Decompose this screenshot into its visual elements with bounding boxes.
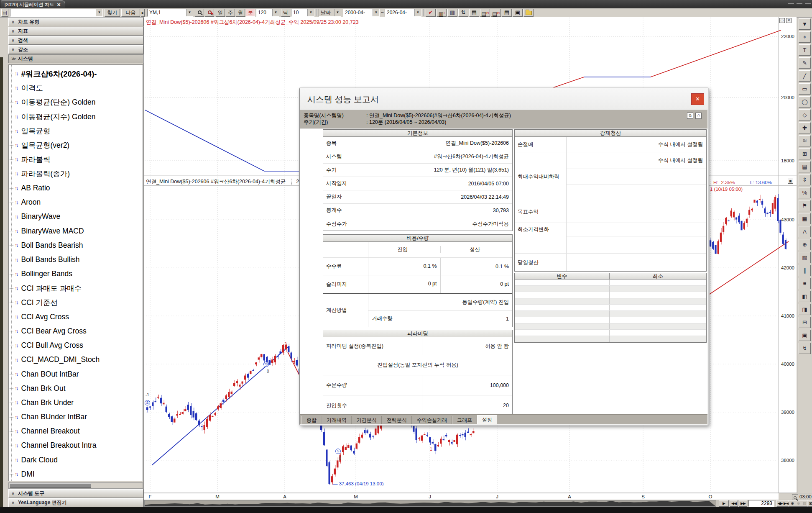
text-tool-icon[interactable]: T: [799, 44, 811, 56]
variable-row: [515, 298, 706, 305]
print-report-icon[interactable]: ⎙: [695, 113, 702, 119]
pane-close-icon[interactable]: ✕: [786, 18, 792, 23]
low-annotation: — 37,463 (04/19 13:00): [333, 481, 383, 486]
variable-row: [515, 323, 706, 330]
pane1-title: 연결_Mini Dow($5)-202606 #워크샵6차(2026-04)-4…: [146, 19, 359, 26]
navigator-track[interactable]: [144, 500, 716, 507]
play-icon[interactable]: ▶: [719, 500, 729, 507]
low-percent-label: L: 13.60%: [750, 180, 772, 185]
bolt-icon[interactable]: ↯: [799, 343, 811, 354]
timeline-zoom-icon[interactable]: [792, 494, 798, 500]
variable-value-cell: [610, 292, 706, 298]
forced-exit-table: 강제청산 손절매 수식 내에서 설정됨 최대수익대비하락 수식 내에서 설정됨 …: [514, 129, 707, 272]
report-tab-기간분석[interactable]: 기간분석: [352, 416, 382, 424]
variable-row: [515, 286, 706, 292]
exit-value: 0 pt: [441, 281, 513, 287]
wave-tool-icon[interactable]: ≋: [799, 135, 811, 146]
variable-value-cell: [610, 305, 706, 310]
month-tick: F: [146, 494, 154, 499]
hatch-icon[interactable]: ▧: [799, 252, 811, 263]
month-tick: S: [639, 494, 647, 499]
flag-icon[interactable]: ⚑: [799, 200, 811, 211]
sell-marker-icon: S: [263, 362, 269, 367]
copy-report-icon[interactable]: ⧉: [687, 113, 693, 119]
row-value: 2016/04/05 07:00: [369, 181, 512, 187]
variable-value-cell: [610, 286, 706, 292]
percent-icon[interactable]: %: [799, 187, 811, 198]
circle-tool-icon[interactable]: ◯: [799, 96, 811, 108]
square-icon[interactable]: ▣: [799, 330, 811, 341]
report-tab-종합[interactable]: 종합: [301, 416, 322, 424]
letter-icon[interactable]: A: [799, 226, 811, 237]
report-tab-수익손실거래[interactable]: 수익손실거래: [412, 416, 452, 424]
price-tick: 43000: [781, 217, 796, 222]
diamond-tool-icon[interactable]: ◇: [799, 109, 811, 121]
fast-forward-icon[interactable]: ▶▶: [739, 500, 747, 507]
report-tab-그래프[interactable]: 그래프: [452, 416, 477, 424]
grid-icon[interactable]: ⊞: [799, 148, 811, 159]
info-value: : 120분 (2016/04/05 ~ 2026/04/03): [366, 119, 446, 125]
calc-value: 동일수량(계약) 진입: [368, 299, 512, 306]
dialog-body: 기본정보 종목연결_Mini Dow($5)-202606시스템#워크샵6차(2…: [300, 128, 707, 415]
pane-restore-icon[interactable]: ▭: [779, 18, 785, 23]
row-value: 연결_Mini Dow($5)-202606: [369, 140, 512, 147]
variable-value-cell: [610, 311, 706, 317]
calc-sub-label: 거래수량: [368, 311, 440, 327]
basic-info-header: 기본정보: [323, 130, 512, 137]
drawing-toolbar: ▼⌖T✎╱▭◯◇✚≋⊞▤⇕%⚑▦A⊕▧∥≡◧◨⊟▣↯: [797, 18, 812, 493]
updown-icon[interactable]: ⇕: [799, 174, 811, 185]
half-left-icon[interactable]: ◧: [799, 291, 811, 302]
info-label: 주기(기간): [304, 119, 366, 126]
cost-row: 슬리피지0 pt0 pt: [323, 275, 512, 293]
variable-value-cell: [610, 280, 706, 285]
stoploss-label: 손절매: [515, 137, 567, 152]
variable-name-cell: [515, 330, 610, 336]
order-qty-value: 100,000: [422, 382, 512, 388]
dialog-title: 시스템 성능 보고서: [300, 88, 708, 110]
half-right-icon[interactable]: ◨: [799, 304, 811, 315]
parallel-icon[interactable]: ∥: [799, 265, 811, 276]
list-icon[interactable]: ▤: [799, 161, 811, 172]
stoploss-value: 수식 내에서 설정됨: [567, 141, 706, 148]
price-tick: 18000: [781, 158, 796, 163]
dropdown-icon[interactable]: ▼: [799, 18, 811, 30]
report-tab-거래내역[interactable]: 거래내역: [322, 416, 352, 424]
basic-row: 봉개수30,793: [323, 204, 512, 217]
pattern-icon[interactable]: ▦: [799, 213, 811, 224]
rewind-icon[interactable]: ◀◀: [730, 500, 738, 507]
calc-label: 계산방법: [323, 294, 368, 327]
pane2-maximize-icon[interactable]: ▣: [788, 179, 793, 184]
basic-row: 주기120 분, 년(10) 월(121) 일(3,651): [323, 164, 512, 177]
pencil-icon[interactable]: ✎: [799, 57, 811, 69]
crosshair-icon[interactable]: ⌖: [799, 31, 811, 43]
report-tab-설정[interactable]: 설정: [477, 415, 497, 424]
trendline-icon[interactable]: ╱: [799, 70, 811, 82]
row-value: 2026/04/03 22:14:49: [369, 194, 512, 200]
basic-row: 시작일자2016/04/05 07:00: [323, 177, 512, 190]
trade-marker-minus1: -1: [146, 392, 149, 397]
pyramiding-header: 피라미딩: [323, 330, 512, 337]
entry-count-value: 20: [422, 403, 512, 408]
price-tick: 20000: [781, 95, 796, 100]
rect-tool-icon[interactable]: ▭: [799, 83, 811, 95]
price-tick: 38000: [781, 458, 796, 463]
close-box-icon[interactable]: ⊠: [807, 500, 812, 507]
dialog-close-button[interactable]: ✕: [691, 93, 704, 105]
target-icon[interactable]: ⊕: [799, 239, 811, 250]
bar-count-input[interactable]: [748, 500, 774, 507]
row-value: 30,793: [369, 208, 512, 213]
row-label: 수수료: [323, 258, 368, 275]
cost-table: 비용/수량 진입 청산 수수료0.1 %0.1 %슬리피지0 pt0 pt 계산…: [323, 234, 513, 327]
report-tab-전략분석[interactable]: 전략분석: [382, 416, 412, 424]
row-label: 주기: [323, 164, 369, 177]
basic-info-table: 기본정보 종목연결_Mini Dow($5)-202606시스템#워크샵6차(2…: [323, 129, 513, 231]
price-tick: 39000: [781, 410, 796, 415]
cost-row: 수수료0.1 %0.1 %: [323, 258, 512, 275]
price-tick: 22000: [781, 34, 796, 39]
minus-box-icon[interactable]: ⊟: [799, 317, 811, 328]
cross-tool-icon[interactable]: ✚: [799, 122, 811, 133]
menu-icon[interactable]: ≡: [799, 278, 811, 289]
last-time-label: 03:00: [799, 494, 812, 499]
month-tick: M: [213, 494, 222, 499]
exit-value: 0.1 %: [441, 264, 513, 269]
